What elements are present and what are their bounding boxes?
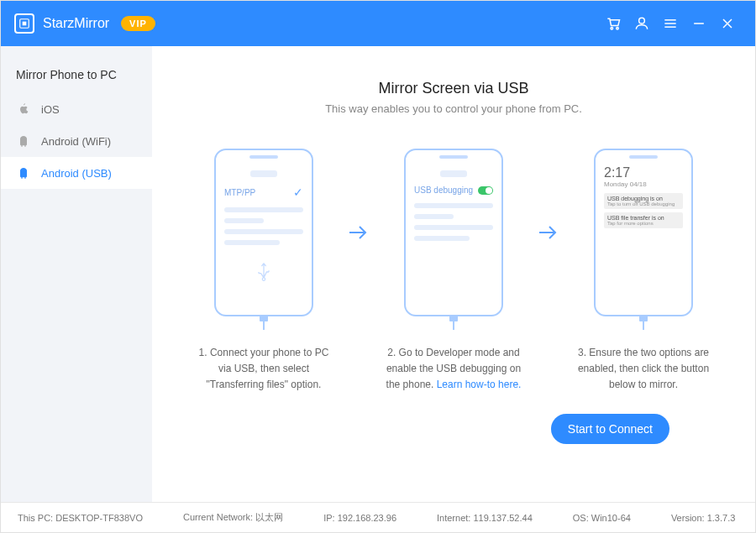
app-logo-icon (14, 13, 34, 34)
step-2-text: 2. Go to Developer mode and enable the U… (378, 345, 529, 394)
phone-illustration-1: MTP/PP ✓ (214, 149, 313, 316)
page-title: Mirror Screen via USB (177, 80, 730, 97)
check-icon: ✓ (293, 186, 303, 199)
body: Mirror Phone to PC iOS Android (WiFi) An… (1, 46, 755, 502)
app-name: StarzMirror (43, 16, 109, 31)
toggle-on-icon (478, 186, 493, 195)
main-panel: Mirror Screen via USB This way enables y… (152, 46, 755, 502)
learn-how-link[interactable]: Learn how-to here. (437, 379, 522, 390)
phone3-notification: USB debugging is on Tap to turn off USB … (604, 193, 683, 209)
minimize-button[interactable] (685, 9, 713, 38)
phone3-time: 2:17 (604, 165, 683, 180)
svg-rect-1 (23, 22, 27, 26)
cable-icon (449, 315, 459, 330)
menu-icon[interactable] (656, 9, 685, 38)
phone2-label: USB debugging (414, 186, 473, 195)
sidebar-title: Mirror Phone to PC (1, 63, 152, 93)
app-window: StarzMirror VIP Mirror Phone to PC iOS (0, 0, 756, 533)
android-icon (16, 133, 31, 149)
status-pc: This PC: DESKTOP-TF838VO (18, 513, 143, 523)
titlebar: StarzMirror VIP (1, 1, 755, 46)
status-os: OS: Win10-64 (573, 513, 631, 523)
sidebar-item-label: Android (USB) (41, 167, 112, 180)
svg-point-2 (611, 28, 613, 30)
close-button[interactable] (713, 9, 742, 38)
usb-icon (224, 262, 303, 287)
cart-icon[interactable] (599, 9, 627, 38)
user-icon[interactable] (627, 9, 656, 38)
svg-point-3 (617, 28, 619, 30)
cable-icon (638, 315, 648, 330)
step-1: MTP/PP ✓ 1. Connect your phone to PC via… (188, 149, 339, 394)
phone3-date: Monday 04/18 (604, 180, 683, 188)
step-1-text: 1. Connect your phone to PC via USB, the… (188, 345, 339, 394)
svg-point-4 (639, 18, 645, 24)
status-bar: This PC: DESKTOP-TF838VO Current Network… (1, 502, 755, 532)
steps-row: MTP/PP ✓ 1. Connect your phone to PC via… (177, 149, 730, 394)
step-3-text: 3. Ensure the two options are enabled, t… (568, 345, 719, 394)
sidebar-item-label: iOS (41, 103, 60, 116)
sidebar-item-android-wifi[interactable]: Android (WiFi) (1, 125, 152, 157)
phone3-notification: USB file transfer is on Tap for more opt… (604, 212, 683, 228)
phone-illustration-3: 2:17 Monday 04/18 USB debugging is on Ta… (594, 149, 693, 316)
step-2: USB debugging 2. Go to Developer mode an… (378, 149, 529, 394)
sidebar-item-android-usb[interactable]: Android (USB) (1, 157, 152, 189)
sidebar-item-ios[interactable]: iOS (1, 93, 152, 125)
start-connect-button[interactable]: Start to Connect (551, 414, 669, 444)
phone-illustration-2: USB debugging (404, 149, 503, 316)
step-3: 2:17 Monday 04/18 USB debugging is on Ta… (568, 149, 719, 394)
status-network: Current Network: 以太网 (183, 511, 283, 524)
arrow-icon (538, 149, 559, 316)
status-ip: IP: 192.168.23.96 (323, 513, 396, 523)
page-subtitle: This way enables you to control your pho… (177, 102, 730, 115)
cable-icon (259, 315, 269, 330)
sidebar: Mirror Phone to PC iOS Android (WiFi) An… (1, 46, 152, 502)
sidebar-item-label: Android (WiFi) (41, 135, 111, 148)
android-icon (16, 165, 31, 180)
status-version: Version: 1.3.7.3 (671, 513, 735, 523)
svg-point-11 (262, 278, 265, 280)
arrow-icon (348, 149, 370, 316)
status-internet: Internet: 119.137.52.44 (437, 513, 533, 523)
apple-icon (16, 102, 31, 117)
vip-badge: VIP (121, 16, 155, 31)
phone1-label: MTP/PP (224, 188, 255, 197)
